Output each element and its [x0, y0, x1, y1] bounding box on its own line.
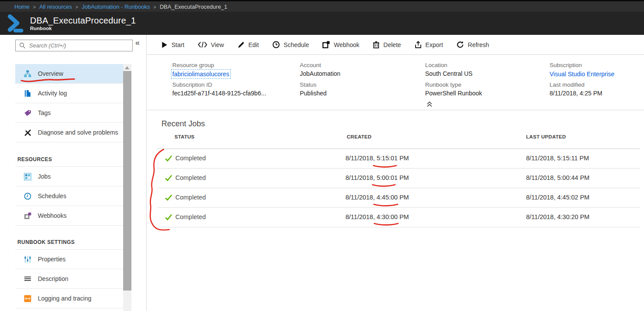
sidebar-item-properties[interactable]: Properties: [15, 250, 123, 269]
main-content: Start View Edit Schedule: [147, 35, 644, 311]
refresh-button[interactable]: Refresh: [456, 41, 489, 48]
check-icon: [165, 155, 172, 162]
jobs-table-header: STATUS CREATED LAST UPDATED: [147, 134, 644, 149]
sidebar-menu: Overview Activity log Tags: [15, 64, 123, 308]
sidebar-section-resources: RESOURCES: [15, 142, 123, 167]
breadcrumb-home[interactable]: Home: [14, 3, 30, 10]
clock-icon: [24, 193, 31, 200]
search-input[interactable]: [29, 42, 129, 49]
sidebar-item-diagnose[interactable]: Diagnose and solve problems: [15, 123, 123, 142]
sidebar-item-label: Tags: [38, 109, 51, 116]
scrollbar-up-arrow[interactable]: [125, 66, 129, 69]
sidebar-search: [15, 40, 133, 51]
breadcrumb: Home>All resources>JobAutomation - Runbo…: [14, 3, 227, 10]
pencil-icon: [238, 41, 245, 48]
jobs-table: Completed 8/11/2018, 5:15:01 PM 8/11/201…: [147, 149, 644, 227]
export-icon: [415, 41, 422, 48]
clock-icon: [272, 41, 280, 48]
sidebar-item-label: Description: [38, 275, 68, 282]
webhook-icon: [322, 41, 330, 48]
field-label: Account: [300, 62, 340, 68]
job-created: 8/11/2018, 5:15:01 PM: [345, 155, 409, 162]
job-row[interactable]: Completed 8/11/2018, 4:45:00 PM 8/11/201…: [147, 188, 644, 208]
job-status: Completed: [175, 194, 206, 201]
job-row[interactable]: Completed 8/11/2018, 5:15:01 PM 8/11/201…: [147, 149, 644, 169]
field-runbook-type: Runbook type PowerShell Runbook: [425, 81, 482, 97]
sidebar-item-schedules[interactable]: Schedules: [15, 186, 123, 206]
breadcrumb-current: DBA_ExecutaProcedure_1: [160, 3, 227, 10]
field-label: Status: [300, 81, 327, 88]
scrollbar-thumb[interactable]: [123, 71, 131, 291]
search-icon: [19, 42, 26, 49]
sidebar-scrollbar: [123, 64, 131, 311]
runbook-icon: [7, 14, 25, 33]
field-label: Subscription ID: [172, 81, 266, 88]
export-button[interactable]: Export: [415, 41, 443, 48]
sidebar-collapse-button[interactable]: «: [135, 38, 140, 47]
sidebar-item-label: Activity log: [38, 90, 67, 97]
sidebar: « Overview Activity log: [0, 35, 147, 311]
column-header-created: CREATED: [347, 134, 372, 139]
schedule-button[interactable]: Schedule: [272, 41, 309, 48]
start-button[interactable]: Start: [161, 41, 184, 48]
field-value: JobAutomation: [300, 70, 340, 77]
job-last-updated: 8/11/2018, 5:00:44 PM: [526, 174, 590, 181]
page-header: DBA_ExecutaProcedure_1 Runbook: [0, 12, 644, 35]
field-account: Account JobAutomation: [300, 62, 340, 77]
breadcrumb-all-resources[interactable]: All resources: [39, 3, 72, 10]
check-icon: [165, 214, 172, 220]
job-status: Completed: [175, 155, 206, 162]
trash-icon: [373, 41, 379, 48]
sidebar-item-label: Diagnose and solve problems: [38, 129, 118, 136]
check-icon: [165, 175, 172, 181]
job-status: Completed: [175, 174, 206, 181]
field-value: PowerShell Runbook: [425, 90, 482, 97]
field-last-modified: Last modified 8/11/2018, 4:25 PM: [550, 81, 602, 97]
sidebar-item-overview[interactable]: Overview: [15, 64, 123, 84]
job-last-updated: 8/11/2018, 4:45:02 PM: [526, 194, 590, 201]
recent-jobs-title: Recent Jobs: [161, 119, 205, 128]
webhook-button[interactable]: Webhook: [322, 41, 359, 48]
column-header-status: STATUS: [174, 134, 195, 139]
view-button[interactable]: View: [198, 41, 224, 48]
breadcrumb-runbooks[interactable]: JobAutomation - Runbooks: [82, 3, 150, 10]
sidebar-item-webhooks[interactable]: Webhooks: [15, 206, 123, 226]
text-lines-icon: [24, 275, 31, 283]
field-label: Last modified: [550, 81, 602, 88]
field-resource-group: Resource group fabriciolimasolucores: [172, 62, 229, 78]
field-label: Runbook type: [425, 81, 482, 88]
edit-button[interactable]: Edit: [238, 41, 259, 48]
job-row[interactable]: Completed 8/11/2018, 4:30:00 PM 8/11/201…: [147, 208, 644, 227]
job-created: 8/11/2018, 5:00:01 PM: [345, 174, 409, 181]
resource-group-link[interactable]: fabriciolimasolucores: [172, 71, 229, 78]
check-icon: [165, 194, 172, 201]
breadcrumb-separator: >: [150, 4, 160, 10]
sidebar-item-label: Properties: [38, 256, 66, 263]
field-subscription: Subscription Visual Studio Enterprise: [550, 62, 614, 78]
field-value: Published: [300, 90, 327, 97]
sidebar-item-activity-log[interactable]: Activity log: [15, 84, 123, 103]
tools-icon: [24, 129, 31, 136]
subscription-link[interactable]: Visual Studio Enterprise: [550, 71, 614, 78]
field-location: Location South Central US: [425, 62, 473, 77]
field-label: Subscription: [550, 62, 614, 68]
essentials-collapse-button[interactable]: [426, 101, 433, 108]
job-status: Completed: [175, 213, 206, 220]
essentials-divider: [147, 110, 644, 110]
code-icon: [198, 41, 207, 48]
job-row[interactable]: Completed 8/11/2018, 5:00:01 PM 8/11/201…: [147, 169, 644, 188]
breadcrumb-separator: >: [72, 4, 81, 10]
delete-button[interactable]: Delete: [373, 41, 401, 48]
breadcrumb-separator: >: [30, 4, 39, 10]
sidebar-item-jobs[interactable]: Jobs: [15, 167, 123, 186]
tag-icon: [24, 109, 31, 117]
sidebar-item-description[interactable]: Description: [15, 269, 123, 289]
field-subscription-id: Subscription ID fec1d25f-a71f-4148-9125-…: [172, 81, 266, 97]
sliders-icon: [24, 256, 31, 263]
sidebar-item-tags[interactable]: Tags: [15, 103, 123, 123]
field-value: 8/11/2018, 4:25 PM: [550, 90, 602, 97]
field-value: South Central US: [425, 70, 473, 77]
activity-log-icon: [24, 90, 31, 97]
field-status: Status Published: [300, 81, 327, 97]
sidebar-item-logging[interactable]: Logging and tracing: [15, 289, 123, 308]
